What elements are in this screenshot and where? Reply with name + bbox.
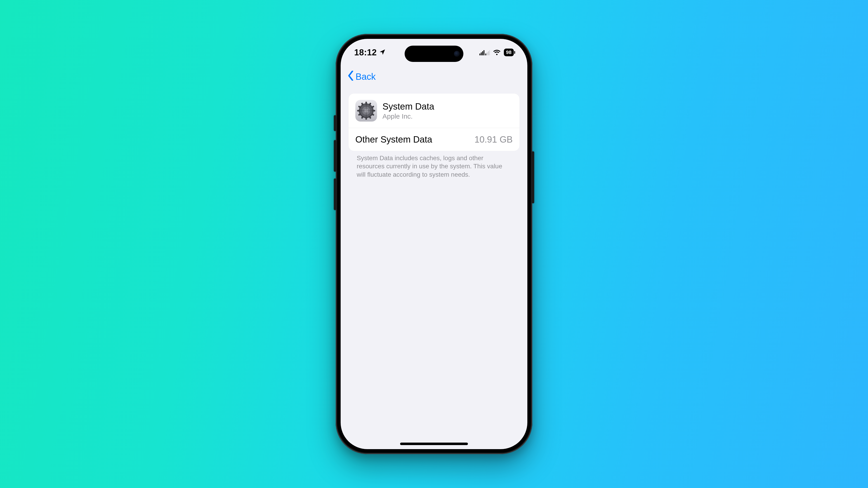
volume-up-button[interactable] [334,140,336,172]
svg-rect-3 [484,50,485,55]
system-data-title: System Data [382,101,434,111]
battery-level: 98 [506,50,512,55]
wallpaper: 18:12 [0,0,868,488]
nav-bar: Back [341,66,527,88]
other-system-data-label: Other System Data [355,134,432,144]
status-right: 98 [479,48,514,56]
wifi-icon [493,50,501,55]
other-system-data-value: 10.91 GB [474,134,513,144]
svg-rect-2 [482,51,483,55]
svg-rect-7 [489,50,490,55]
mute-switch[interactable] [334,115,336,131]
back-button[interactable]: Back [345,70,377,83]
volume-down-button[interactable] [334,178,336,210]
dual-sim-signal-icon [479,50,490,55]
screen: 18:12 [341,39,527,449]
status-left: 18:12 [354,48,386,57]
dynamic-island[interactable] [405,46,463,62]
svg-rect-6 [488,51,489,55]
svg-rect-4 [485,54,486,55]
location-arrow-icon [379,48,386,57]
svg-rect-10 [366,102,367,104]
svg-rect-5 [487,53,488,55]
svg-rect-1 [481,53,482,55]
system-data-meta: System Data Apple Inc. [382,101,434,120]
power-button[interactable] [532,151,534,203]
system-settings-icon [355,100,377,122]
battery-indicator: 98 [504,48,514,56]
home-indicator[interactable] [400,443,468,445]
section-footer-note: System Data includes caches, logs and ot… [348,151,520,179]
back-label: Back [355,72,376,82]
system-data-header-row: System Data Apple Inc. [348,94,520,128]
phone-frame: 18:12 [336,34,532,454]
settings-card: System Data Apple Inc. Other System Data… [348,94,520,151]
chevron-left-icon [346,71,355,83]
status-time: 18:12 [354,48,377,57]
content: System Data Apple Inc. Other System Data… [348,94,520,449]
other-system-data-row[interactable]: Other System Data 10.91 GB [348,128,520,151]
system-data-subtitle: Apple Inc. [382,112,434,120]
svg-rect-0 [479,54,480,55]
